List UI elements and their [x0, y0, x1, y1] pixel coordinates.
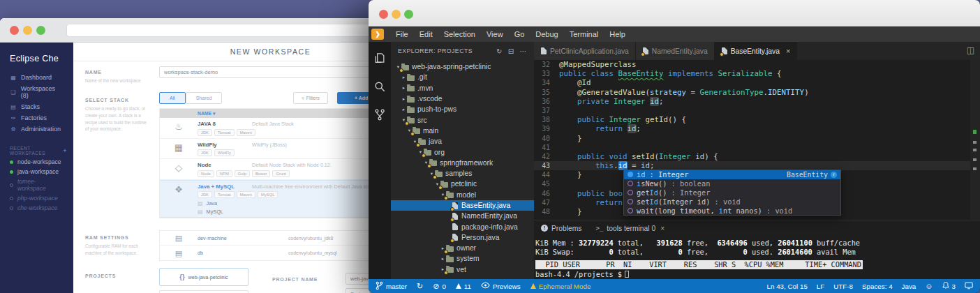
tree-item-baseentity-java[interactable]: BaseEntity.java [391, 200, 534, 211]
split-editor-icon[interactable]: ◫ [967, 45, 974, 55]
ide-close-button[interactable] [379, 10, 388, 19]
editor-tab-petclinicapplication-java[interactable]: PetClinicApplication.java [534, 42, 636, 60]
sidebar-item-administration[interactable]: ⚙Administration [0, 123, 73, 135]
tree-item-vet[interactable]: ▸vet [391, 264, 534, 275]
status-item-monitor[interactable] [965, 282, 973, 291]
editor-tab-baseentity-java[interactable]: BaseEntity.java× [715, 42, 798, 60]
tree-item-samples[interactable]: ▾samples [391, 168, 534, 179]
code-line[interactable]: 36 private Integer id; [534, 97, 970, 106]
collapse-all-icon[interactable]: ⊟ [508, 47, 514, 55]
ide-minimize-button[interactable] [392, 10, 401, 19]
status-item-previews[interactable]: Previews [481, 282, 521, 290]
menu-item-debug[interactable]: Debug [530, 30, 563, 38]
status-item-lf[interactable]: LF [817, 283, 824, 290]
add-workspace-button[interactable]: + [63, 147, 67, 154]
close-icon[interactable]: × [786, 47, 790, 55]
sidebar-item-dashboard[interactable]: ▦Dashboard [0, 72, 73, 83]
autocomplete-item[interactable]: wait(long timeout, int nanos) : void [624, 206, 840, 215]
status-item-ln-43-col-15[interactable]: Ln 43, Col 15 [767, 283, 808, 290]
terminal-close-icon[interactable]: × [660, 225, 665, 232]
status-item-ephemeral-mode[interactable]: Ephemeral Mode [530, 283, 591, 290]
tree-item-src[interactable]: ▾src [391, 114, 534, 125]
terminal-output[interactable]: KiB Mem : 32779224 total, 391628 free, 6… [535, 239, 980, 279]
tree-item-owner[interactable]: ▸owner [391, 243, 534, 253]
tree-item-namedentity-java[interactable]: NamedEntity.java [391, 211, 534, 221]
status-item-11[interactable]: 11 [456, 283, 471, 290]
problems-tab[interactable]: ! Problems [541, 225, 582, 232]
tree-item-springframework[interactable]: ▾springframework [391, 158, 534, 168]
code-line[interactable]: 37 [534, 106, 970, 115]
tree-item-petclinic[interactable]: ▾petclinic [391, 179, 534, 189]
name-label: NAME [85, 70, 102, 75]
tree-item-package-info-java[interactable]: package-info.java [391, 221, 534, 232]
tree-item-person-java[interactable]: Person.java [391, 232, 534, 243]
code-line[interactable]: 39 return id; [534, 124, 970, 133]
menu-item-view[interactable]: View [481, 30, 509, 38]
recent-workspace-item[interactable]: tomee-workspace [0, 176, 73, 193]
status-item-3[interactable]: 3 [942, 281, 956, 291]
status-item-master[interactable]: master [376, 281, 407, 292]
code-line[interactable]: 38 public Integer getId() { [534, 115, 970, 124]
status-item-0[interactable]: ⊘0 [433, 283, 446, 290]
tree-item--vscode[interactable]: ▸.vscode [391, 93, 534, 104]
code-line[interactable]: 34 @Id [534, 78, 970, 87]
suggestion-text: isNew() : boolean [637, 179, 710, 188]
menu-item-edit[interactable]: Edit [414, 30, 438, 38]
stack-filter-tab-shared[interactable]: Shared [186, 92, 222, 104]
status-item-utf-8[interactable]: UTF-8 [833, 283, 853, 290]
menu-item-help[interactable]: Help [604, 30, 631, 38]
code-line[interactable]: 35 @GeneratedValue(strategy = Generation… [534, 88, 970, 97]
tree-item-system[interactable]: ▸system [391, 253, 534, 264]
terminal-tab[interactable]: >_ tools terminal 0 × [596, 225, 665, 232]
explorer-icon[interactable] [373, 52, 387, 66]
git-icon[interactable] [373, 107, 387, 121]
sidebar-item-factories[interactable]: ✑Factories [0, 112, 73, 123]
code-line[interactable]: 41 [534, 143, 970, 152]
search-icon[interactable] [373, 80, 387, 93]
recent-workspace-item[interactable]: node-workspace [0, 157, 73, 167]
code-line[interactable]: 42 public void setId(Integer id) { [534, 152, 970, 161]
code-line[interactable]: 32@MappedSuperclass [534, 60, 970, 69]
recent-workspace-item[interactable]: php-workspace [0, 193, 73, 203]
tree-item-model[interactable]: ▾model [391, 190, 534, 200]
autocomplete-item[interactable]: id : IntegerBaseEntityi [624, 170, 840, 179]
tree-item--git[interactable]: ▸.git [391, 72, 534, 82]
filters-button[interactable]: ▿ Filters [293, 92, 328, 104]
browser-close-button[interactable] [10, 26, 19, 35]
browser-minimize-button[interactable] [23, 26, 32, 35]
status-item-spaces-4[interactable]: Spaces: 4 [862, 283, 893, 290]
project-card-empty[interactable] [159, 290, 248, 293]
autocomplete-item[interactable]: setId(Integer id) : void [624, 197, 840, 206]
autocomplete-item[interactable]: isNew() : boolean [624, 179, 840, 188]
stack-tag: Maven [237, 191, 255, 198]
sidebar-item-workspaces[interactable]: ❏Workspaces (8) [0, 83, 73, 101]
menu-item-file[interactable]: File [390, 30, 414, 38]
code-line[interactable]: 40 } [534, 134, 970, 143]
menu-item-go[interactable]: Go [509, 30, 530, 38]
status-item-sync[interactable]: ↻ [417, 283, 423, 290]
sidebar-item-stacks[interactable]: ▤Stacks [0, 101, 73, 112]
project-card-web-java-petclinic[interactable]: { } web-java-petclinic [159, 268, 248, 286]
ide-zoom-button[interactable] [404, 10, 413, 19]
status-item-java[interactable]: Java [902, 283, 916, 290]
tree-item-org[interactable]: ▾org [391, 146, 534, 157]
menu-item-selection[interactable]: Selection [438, 30, 481, 38]
tree-item-web-java-spring-petclinic[interactable]: ▾web-java-spring-petclinic [391, 61, 534, 72]
recent-workspace-item[interactable]: java-workspace [0, 167, 73, 176]
refresh-icon[interactable]: ↻ [496, 47, 503, 55]
tree-item-push-to-pws[interactable]: ▸push-to-pws [391, 104, 534, 114]
stack-filter-tab-all[interactable]: All [159, 92, 186, 104]
menu-item-terminal[interactable]: Terminal [564, 30, 604, 38]
browser-zoom-button[interactable] [36, 26, 45, 35]
editor-scrollbar[interactable] [970, 60, 980, 220]
recent-workspace-item[interactable]: che-workspace [0, 203, 73, 213]
autocomplete-item[interactable]: getId() : Integer [624, 188, 840, 197]
status-item-feedback[interactable]: ☺ [925, 283, 933, 290]
tree-item-java[interactable]: ▾java [391, 136, 534, 146]
editor-tab-namedentity-java[interactable]: NamedEntity.java [636, 42, 715, 60]
tree-item--mvn[interactable]: ▸.mvn [391, 83, 534, 93]
che-menu-button[interactable]: ❯ [371, 29, 384, 40]
more-actions-icon[interactable]: ⋯ [520, 47, 527, 55]
code-line[interactable]: 33public class BaseEntity implements Ser… [534, 69, 970, 78]
tree-item-main[interactable]: ▾main [391, 126, 534, 136]
